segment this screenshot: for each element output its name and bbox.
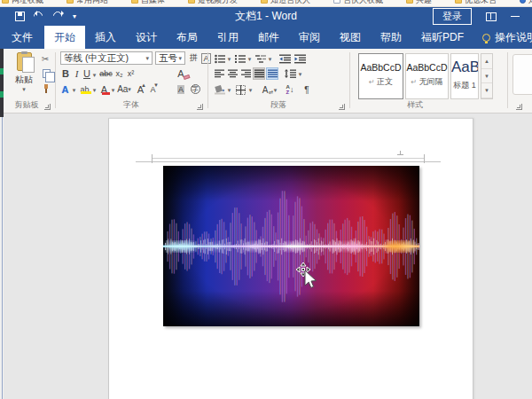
phonetic-guide-button[interactable]: 拼 xyxy=(188,52,200,64)
underline-dropdown-caret[interactable]: ▾ xyxy=(91,70,98,79)
subscript-button[interactable]: x₂ xyxy=(113,67,125,80)
font-color-button[interactable]: A xyxy=(98,82,110,96)
waveform-image[interactable] xyxy=(163,166,419,326)
sort-button[interactable]: AZ ↓ xyxy=(283,83,297,96)
style-normal[interactable]: AaBbCcD ↵ 正文 xyxy=(358,53,403,99)
align-left-button[interactable] xyxy=(213,67,225,80)
bookmark-label: 自媒体 xyxy=(141,0,165,6)
paragraph-dialog-launcher[interactable] xyxy=(339,104,345,110)
ribbon-display-options-button[interactable] xyxy=(486,12,497,21)
tab-view[interactable]: 视图 xyxy=(330,26,371,49)
text-effects-caret[interactable]: ▾ xyxy=(71,85,77,94)
borders-caret[interactable]: ▾ xyxy=(247,86,254,94)
superscript-button[interactable]: x² xyxy=(125,67,137,80)
line-spacing-caret[interactable]: ▾ xyxy=(297,70,303,78)
bookmark-item[interactable]: 网址收藏 xyxy=(2,0,43,6)
undo-button[interactable] xyxy=(34,11,45,22)
styles-gallery-scrollbar: ▲ ▼ ▼ xyxy=(481,53,493,99)
font-dialog-launcher[interactable] xyxy=(197,104,203,110)
bookmark-item[interactable]: 合伙人收藏 xyxy=(333,0,383,6)
document-page[interactable] xyxy=(108,118,473,399)
justify-button[interactable] xyxy=(253,67,265,80)
tab-layout[interactable]: 布局 xyxy=(167,26,207,49)
paste-button[interactable]: 粘贴 ▾ xyxy=(9,52,39,106)
tell-me-search[interactable]: 操作说明搜索 xyxy=(473,26,532,49)
enclose-characters-button[interactable]: 字 xyxy=(189,82,201,96)
tab-file[interactable]: 文件 xyxy=(0,26,44,49)
borders-icon xyxy=(236,85,246,95)
text-effects-button[interactable]: A xyxy=(59,82,71,96)
cut-button[interactable]: ✂ xyxy=(39,53,51,65)
styles-scroll-up-button[interactable]: ▲ xyxy=(481,54,492,69)
bookmark-item[interactable]: 自媒体 xyxy=(131,0,165,6)
align-right-button[interactable] xyxy=(239,67,252,80)
font-size-combo[interactable]: 五号▾ xyxy=(155,51,185,65)
styles-dialog-launcher[interactable] xyxy=(516,104,522,110)
borders-button[interactable] xyxy=(234,83,247,96)
character-shading-button[interactable]: A xyxy=(175,82,187,96)
style-heading1[interactable]: AaBI 标题 1 xyxy=(450,53,479,99)
clipboard-dialog-launcher[interactable] xyxy=(44,104,51,110)
increase-indent-button[interactable] xyxy=(293,52,307,65)
tab-help[interactable]: 帮助 xyxy=(371,26,411,49)
show-hide-marks-button[interactable]: ¶ xyxy=(301,83,313,96)
italic-button[interactable]: I xyxy=(72,67,82,80)
copy-icon xyxy=(43,69,51,78)
save-button[interactable] xyxy=(14,11,26,22)
font-name-combo[interactable]: 等线 (中文正文)▾ xyxy=(60,51,153,65)
bookmark-label: 知道合伙人 xyxy=(270,0,310,6)
grow-font-button[interactable]: A▲ xyxy=(135,82,146,96)
tab-mailings[interactable]: 邮件 xyxy=(248,26,289,49)
tab-insert[interactable]: 插入 xyxy=(85,26,126,49)
sign-in-button[interactable]: 登录 xyxy=(433,8,472,25)
bold-button[interactable]: B xyxy=(60,67,71,80)
line-spacing-button[interactable] xyxy=(284,67,297,80)
font-color-caret[interactable]: ▾ xyxy=(110,85,116,94)
strikethrough-button[interactable]: abc xyxy=(98,67,113,80)
shading-caret[interactable]: ▾ xyxy=(226,86,232,94)
styles-scroll-down-button[interactable]: ▼ xyxy=(481,69,492,84)
asian-layout-button[interactable]: A⇄ xyxy=(258,83,272,96)
bookmark-item[interactable]: 兴趣 xyxy=(406,0,432,6)
multilevel-list-button[interactable] xyxy=(254,52,267,65)
paste-dropdown-caret[interactable]: ▾ xyxy=(9,86,39,92)
bullets-button[interactable] xyxy=(213,52,226,65)
customize-qat-button[interactable]: ▾ xyxy=(73,13,76,20)
browser-bookmarks-bar: 网址收藏 常用网站 自媒体 短视频分发 知道合伙人 合伙人收藏 兴趣 优选未合 … xyxy=(0,0,532,7)
tab-design[interactable]: 设计 xyxy=(126,26,167,49)
clear-formatting-button[interactable]: A xyxy=(174,67,188,80)
tab-references[interactable]: 引用 xyxy=(207,26,248,49)
bookmark-item[interactable]: 短视频分发 xyxy=(188,0,238,6)
highlight-caret[interactable]: ▾ xyxy=(91,85,98,94)
format-painter-button[interactable] xyxy=(40,82,52,94)
asian-layout-caret[interactable]: ▾ xyxy=(272,86,278,94)
selection-left-handle[interactable] xyxy=(152,154,153,163)
selection-right-handle[interactable] xyxy=(424,154,425,163)
font-group: 等线 (中文正文)▾ 五号▾ 拼 A B I U ▾ abc x₂ x² A A… xyxy=(57,49,206,113)
styles-more-button[interactable]: ▼ xyxy=(481,83,492,98)
tab-review[interactable]: 审阅 xyxy=(289,26,330,49)
bookmark-item[interactable]: 常用网站 xyxy=(66,0,108,6)
decrease-indent-button[interactable] xyxy=(278,52,292,65)
tab-home[interactable]: 开始 xyxy=(44,26,85,49)
style-no-spacing[interactable]: AaBbCcD ↵ 无间隔 xyxy=(405,53,449,99)
numbering-button[interactable] xyxy=(233,52,246,65)
change-case-button[interactable]: Aa▾ xyxy=(117,82,131,96)
multilevel-caret[interactable]: ▾ xyxy=(267,55,273,63)
bullets-caret[interactable]: ▾ xyxy=(226,55,232,63)
copy-button[interactable] xyxy=(40,67,52,80)
bookmark-item[interactable]: 知道合伙 xyxy=(520,0,532,6)
pilcrow-icon: ¶ xyxy=(304,85,309,95)
bookmark-item[interactable]: 知道合伙人 xyxy=(261,0,310,6)
align-center-button[interactable] xyxy=(226,67,239,80)
distribute-button[interactable] xyxy=(266,67,278,80)
shrink-font-button[interactable]: A▼ xyxy=(147,82,159,96)
minimize-button[interactable] xyxy=(511,16,520,18)
document-area[interactable] xyxy=(0,113,532,399)
highlight-button[interactable]: ab xyxy=(78,82,91,96)
tab-foxit-pdf[interactable]: 福昕PDF xyxy=(411,26,473,49)
redo-button[interactable] xyxy=(53,11,65,22)
shading-button[interactable] xyxy=(213,83,226,96)
numbering-caret[interactable]: ▾ xyxy=(246,55,253,63)
bookmark-item[interactable]: 优选未合 xyxy=(455,0,497,6)
